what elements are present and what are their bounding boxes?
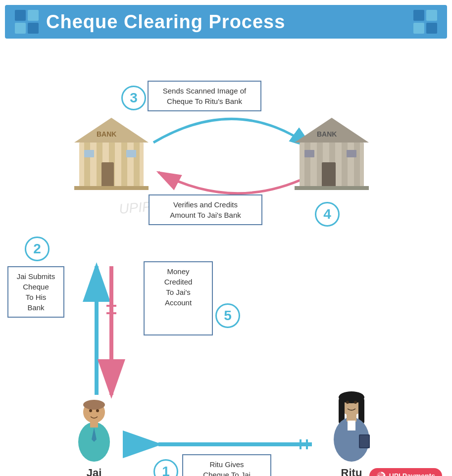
- svg-rect-30: [342, 143, 348, 187]
- diagram-area: UPIPayments.co: [0, 44, 452, 476]
- svg-rect-20: [101, 162, 114, 187]
- svg-rect-15: [84, 143, 90, 187]
- upi-icon: [376, 471, 386, 476]
- svg-point-41: [89, 409, 92, 412]
- header-square-8: [426, 23, 437, 34]
- step-circle-5: 5: [215, 303, 240, 328]
- header-square-7: [413, 23, 424, 34]
- svg-rect-49: [348, 421, 355, 430]
- ritu-person: Ritu: [322, 390, 381, 476]
- ritus-bank-building: BANK: [292, 108, 371, 194]
- step5-textbox: MoneyCreditedTo Jai'sAccount: [144, 261, 213, 335]
- svg-rect-32: [322, 162, 336, 187]
- header-icons-left: [15, 10, 39, 34]
- svg-text:BANK: BANK: [317, 130, 337, 138]
- ritu-name: Ritu: [341, 467, 362, 476]
- step-circle-1: 1: [153, 459, 178, 476]
- svg-rect-35: [295, 186, 369, 190]
- svg-rect-51: [360, 435, 369, 447]
- header-square-2: [28, 10, 39, 21]
- svg-rect-18: [121, 143, 127, 187]
- header-square-3: [15, 23, 26, 34]
- svg-point-53: [354, 401, 357, 404]
- step-circle-4: 4: [315, 202, 340, 227]
- step1-textbox: Ritu GivesCheque To Jai: [182, 454, 271, 476]
- jai-name: Jai: [87, 467, 102, 476]
- svg-point-42: [96, 409, 99, 412]
- step3-textbox: Sends Scanned Image of Cheque To Ritu's …: [148, 81, 261, 111]
- svg-rect-27: [304, 143, 310, 187]
- svg-rect-19: [134, 143, 140, 187]
- jais-bank-building: BANK: [72, 108, 151, 194]
- step-circle-3: 3: [121, 86, 146, 110]
- header-square-5: [413, 10, 424, 21]
- jai-person: Jai: [69, 400, 119, 476]
- page-header: Cheque Clearing Process: [5, 5, 447, 39]
- svg-rect-33: [304, 150, 314, 157]
- svg-rect-34: [347, 150, 356, 157]
- page-title: Cheque Clearing Process: [46, 11, 413, 33]
- svg-rect-22: [126, 150, 136, 157]
- header-square-4: [28, 23, 39, 34]
- step4-textbox: Verifies and CreditsAmount To Jai's Bank: [149, 194, 262, 225]
- svg-rect-31: [354, 143, 360, 187]
- step2-textbox: Jai SubmitsChequeTo HisBank: [7, 266, 64, 318]
- svg-rect-48: [347, 415, 356, 422]
- upi-label: UPI Payments: [389, 472, 435, 476]
- svg-rect-21: [84, 150, 94, 157]
- header-square-6: [426, 10, 437, 21]
- step-circle-2: 2: [25, 237, 50, 261]
- svg-rect-39: [90, 422, 98, 428]
- svg-text:BANK: BANK: [97, 130, 116, 138]
- header-icons-right: [413, 10, 437, 34]
- svg-point-37: [83, 400, 105, 410]
- svg-rect-23: [74, 186, 149, 190]
- svg-point-52: [346, 401, 349, 404]
- upi-badge: UPI Payments: [369, 468, 442, 476]
- header-square-1: [15, 10, 26, 21]
